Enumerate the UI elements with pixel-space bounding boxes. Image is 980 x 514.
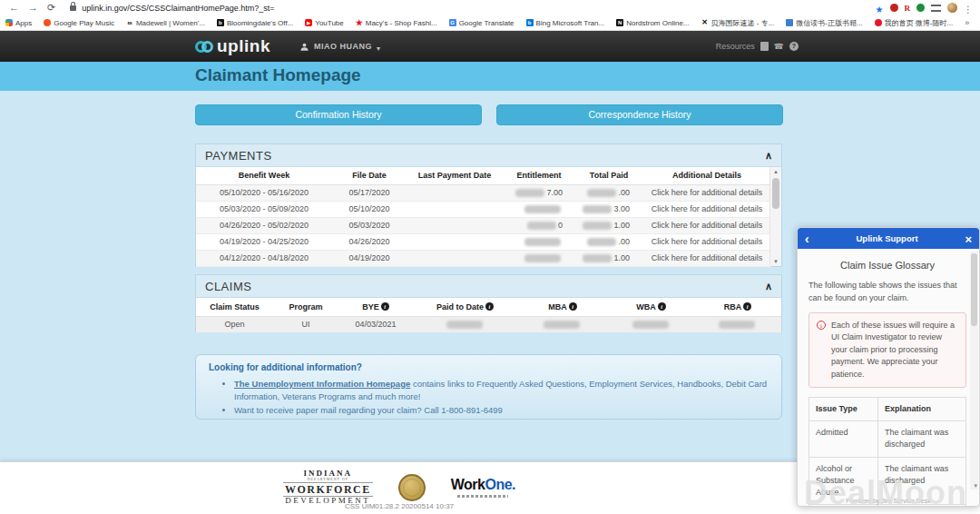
- benefit-week-link[interactable]: 04/19/2020 - 04/25/2020: [196, 233, 332, 250]
- powered-by-text: Powered by Jira Service Desk: [798, 498, 979, 504]
- youtube-icon: [305, 19, 312, 26]
- additional-details-link[interactable]: Click here for additional details: [642, 201, 771, 217]
- collapse-chevron-icon[interactable]: [765, 150, 772, 162]
- bye-link[interactable]: 04/03/2021: [338, 316, 413, 332]
- redacted-value: [583, 205, 612, 213]
- bookmark-item[interactable]: mMadewell | Women'...: [126, 19, 205, 27]
- help-icon[interactable]: [789, 42, 799, 51]
- bookmark-item[interactable]: NNordstrom Online...: [616, 19, 689, 27]
- redacted-value: [524, 205, 561, 213]
- support-scrollbar[interactable]: [970, 252, 978, 489]
- extension-icon[interactable]: [916, 4, 925, 12]
- bookmarks-overflow-chevron[interactable]: »: [965, 18, 969, 27]
- uplink-logo[interactable]: uplink: [195, 36, 270, 56]
- redacted-value: [583, 254, 612, 262]
- col-last-payment-date: Last Payment Date: [407, 167, 503, 184]
- unemployment-homepage-link[interactable]: The Unemployment Information Homepage: [234, 379, 410, 389]
- bookmark-item[interactable]: Google Play Music: [44, 19, 114, 27]
- total-paid-cell: .00: [575, 184, 642, 201]
- browser-avatar[interactable]: [947, 3, 957, 13]
- user-menu[interactable]: MIAO HUANG: [299, 38, 380, 54]
- payments-title: PAYMENTS: [205, 149, 272, 163]
- additional-details-link[interactable]: Click here for additional details: [642, 184, 771, 201]
- menu-dots-icon[interactable]: [964, 0, 973, 16]
- col-wba: WBA: [608, 298, 694, 316]
- reading-list-icon[interactable]: [931, 5, 941, 12]
- file-date: 04/19/2020: [332, 250, 407, 266]
- additional-details-link[interactable]: Click here for additional details: [642, 250, 771, 266]
- paid-to-date-cell: [413, 316, 517, 332]
- collapse-chevron-icon[interactable]: [765, 281, 772, 292]
- col-explanation: Explanation: [878, 398, 966, 421]
- close-icon[interactable]: [965, 231, 972, 247]
- file-date: 05/17/2020: [332, 184, 407, 201]
- correspondence-history-button[interactable]: Correspondence History: [496, 104, 783, 125]
- total-paid-cell: 3.00: [575, 201, 642, 217]
- extension-r-icon[interactable]: R: [905, 4, 911, 13]
- claims-panel-header[interactable]: CLAIMS: [196, 275, 781, 298]
- scrollbar-thumb[interactable]: [971, 253, 977, 326]
- url-text[interactable]: uplink.in.gov/CSS/CSSClaimantHomePage.ht…: [82, 4, 274, 13]
- macys-star-icon: [356, 19, 363, 26]
- file-date: 04/26/2020: [332, 233, 407, 250]
- last-payment-date: [407, 233, 503, 250]
- bookmark-item[interactable]: bBing Microsoft Tran...: [526, 19, 605, 27]
- alert-info-icon: [817, 321, 826, 330]
- scroll-up-icon[interactable]: ▲: [770, 169, 781, 174]
- redacted-value: [515, 189, 544, 197]
- browser-chrome: uplink.in.gov/CSS/CSSClaimantHomePage.ht…: [0, 0, 980, 31]
- benefit-week-link[interactable]: 04/12/2020 - 04/18/2020: [196, 250, 332, 266]
- confirmation-history-button[interactable]: Confirmation History: [195, 104, 482, 125]
- glossary-intro: The following table shows the issues tha…: [808, 280, 966, 305]
- entitlement-cell: [503, 233, 575, 250]
- total-paid-cell: 1.00: [575, 217, 642, 233]
- forward-icon[interactable]: [28, 0, 38, 15]
- bookmark-item[interactable]: 我的首页 微博-随时...: [875, 18, 954, 28]
- back-icon[interactable]: [9, 0, 19, 15]
- info-icon[interactable]: [381, 302, 389, 311]
- handbook-icon[interactable]: [760, 42, 769, 51]
- bookmark-item[interactable]: Macy's - Shop Fashi...: [356, 19, 437, 27]
- payment-row: 05/10/2020 - 05/16/2020 05/17/2020 7.00 …: [196, 184, 771, 201]
- page-title: Claimant Homepage: [195, 65, 361, 85]
- scrollbar-thumb[interactable]: [772, 178, 779, 209]
- bookmark-item[interactable]: 贝海国际速递 - 专...: [701, 18, 775, 28]
- benefit-week-link[interactable]: 05/10/2020 - 05/16/2020: [196, 184, 332, 201]
- reload-icon[interactable]: [47, 0, 55, 15]
- redacted-value: [446, 321, 483, 329]
- bookmark-item[interactable]: YouTube: [305, 19, 343, 27]
- additional-details-link[interactable]: Click here for additional details: [642, 233, 771, 250]
- info-bullet-2: Want to receive paper mail regarding you…: [234, 404, 769, 417]
- additional-details-link[interactable]: Click here for additional details: [642, 217, 771, 233]
- bookmark-apps[interactable]: Apps: [5, 19, 32, 27]
- extension-icon[interactable]: [890, 4, 898, 12]
- last-payment-date: [407, 184, 503, 201]
- redacted-value: [587, 189, 616, 197]
- scroll-down-icon[interactable]: ▼: [770, 259, 781, 264]
- payments-panel-header[interactable]: PAYMENTS: [196, 144, 781, 167]
- state-seal-icon: [398, 474, 426, 501]
- resources-label[interactable]: Resources: [716, 42, 755, 51]
- info-icon[interactable]: [743, 302, 751, 311]
- benefit-week-link[interactable]: 04/26/2020 - 05/02/2020: [196, 217, 332, 233]
- info-icon[interactable]: [485, 302, 494, 311]
- bookmark-star-icon[interactable]: [876, 0, 884, 16]
- program: UI: [273, 316, 338, 332]
- col-benefit-week: Benefit Week: [196, 167, 332, 184]
- bookmark-item[interactable]: bBloomingdale's Off...: [217, 19, 293, 27]
- payments-scrollbar[interactable]: ▲ ▼: [769, 167, 781, 266]
- info-icon[interactable]: [569, 302, 577, 311]
- scroll-down-icon[interactable]: [974, 482, 977, 489]
- info-icon[interactable]: [658, 302, 666, 311]
- phone-icon[interactable]: [774, 42, 784, 51]
- bookmark-item[interactable]: 微信读书-正版书籍...: [786, 18, 862, 28]
- file-date: 05/10/2020: [332, 201, 407, 217]
- bookmark-item[interactable]: GGoogle Translate: [449, 19, 514, 27]
- uplink-support-panel: Uplink Support Claim Issue Glossary The …: [797, 227, 980, 507]
- payments-panel: PAYMENTS Benefit Week File Date Last Pay…: [195, 143, 782, 267]
- col-program: Program: [273, 298, 338, 316]
- benefit-week-link[interactable]: 05/03/2020 - 05/09/2020: [196, 201, 332, 217]
- col-paid-to-date: Paid to Date: [413, 298, 517, 316]
- glossary-table: Issue Type Explanation Admitted The clai…: [808, 397, 966, 507]
- col-file-date: File Date: [332, 167, 407, 184]
